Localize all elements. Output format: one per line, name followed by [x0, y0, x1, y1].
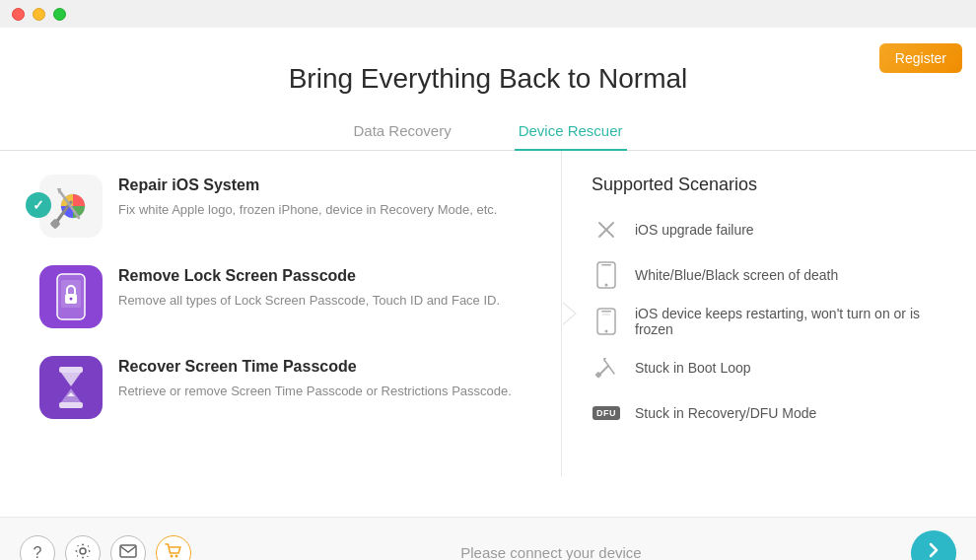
tabs: Data Recovery Device Rescuer [0, 114, 976, 151]
scenario-recovery-dfu: DFU Stuck in Recovery/DFU Mode [592, 398, 927, 428]
scenario-screen-death: White/Blue/Black screen of death [592, 260, 927, 290]
scenario-keeps-restarting: iOS device keeps restarting, won't turn … [592, 306, 927, 337]
bottom-icons: ? [20, 535, 191, 561]
dfu-icon: DFU [592, 398, 621, 428]
maximize-button[interactable] [53, 8, 66, 21]
svg-rect-18 [601, 311, 611, 313]
feature-remove-lock[interactable]: Remove Lock Screen Passcode Remove all t… [39, 265, 541, 328]
tab-data-recovery[interactable]: Data Recovery [349, 114, 454, 151]
remove-lock-desc: Remove all types of Lock Screen Passcode… [118, 291, 541, 311]
bottom-bar: ? [0, 517, 976, 560]
next-button[interactable] [911, 530, 956, 561]
phone-icon [592, 260, 621, 290]
scenario-screen-death-text: White/Blue/Black screen of death [635, 267, 838, 283]
tools-icon [592, 353, 621, 383]
main-title: Bring Everything Back to Normal [0, 63, 976, 95]
phone-icon-2 [592, 307, 621, 336]
register-button[interactable]: Register [879, 43, 962, 73]
scenario-upgrade-failure: iOS upgrade failure [592, 215, 927, 245]
svg-rect-10 [59, 402, 83, 408]
cart-button[interactable] [156, 535, 191, 561]
scenario-boot-loop-text: Stuck in Boot Loop [635, 360, 751, 376]
feature-repair-ios[interactable]: Repair iOS System Fix white Apple logo, … [39, 175, 541, 238]
scenario-upgrade-failure-text: iOS upgrade failure [635, 222, 754, 238]
close-button[interactable] [12, 8, 25, 21]
content-area: Repair iOS System Fix white Apple logo, … [0, 151, 976, 476]
check-icon [26, 192, 51, 218]
screen-time-text: Recover Screen Time Passcode Retrieve or… [118, 356, 541, 401]
email-button[interactable] [110, 535, 146, 561]
right-panel: Supported Scenarios iOS upgrade failure [562, 151, 956, 476]
scenario-keeps-restarting-text: iOS device keeps restarting, won't turn … [635, 306, 927, 337]
remove-lock-title: Remove Lock Screen Passcode [118, 267, 541, 285]
feature-screen-time[interactable]: Recover Screen Time Passcode Retrieve or… [39, 356, 541, 419]
svg-rect-15 [601, 264, 611, 266]
status-text: Please connect your device [460, 544, 641, 560]
lock-icon [39, 265, 103, 328]
repair-ios-title: Repair iOS System [118, 176, 541, 194]
svg-point-17 [605, 330, 608, 333]
gear-icon [74, 542, 92, 561]
help-icon: ? [34, 544, 42, 561]
title-bar [0, 0, 976, 28]
scenario-boot-loop: Stuck in Boot Loop [592, 353, 927, 383]
scenario-recovery-dfu-text: Stuck in Recovery/DFU Mode [635, 405, 816, 421]
screen-time-desc: Retrieve or remove Screen Time Passcode … [118, 382, 541, 401]
tab-device-rescuer[interactable]: Device Rescuer [515, 114, 627, 151]
scenarios-title: Supported Scenarios [592, 175, 927, 195]
settings-button[interactable] [65, 535, 101, 561]
minimize-button[interactable] [33, 8, 45, 21]
svg-point-27 [175, 554, 178, 557]
svg-point-14 [605, 284, 608, 287]
svg-point-26 [171, 554, 174, 557]
arrow-divider [563, 302, 577, 325]
repair-ios-desc: Fix white Apple logo, frozen iPhone, dev… [118, 200, 541, 220]
svg-rect-9 [59, 367, 83, 373]
x-icon [592, 215, 621, 245]
svg-point-8 [70, 298, 73, 301]
screen-time-title: Recover Screen Time Passcode [118, 358, 541, 376]
remove-lock-text: Remove Lock Screen Passcode Remove all t… [118, 265, 541, 311]
cart-icon [165, 542, 182, 561]
left-panel: Repair iOS System Fix white Apple logo, … [20, 151, 562, 476]
arrow-right-icon [924, 540, 943, 561]
main-content: Bring Everything Back to Normal Data Rec… [0, 28, 976, 517]
svg-rect-25 [120, 545, 136, 557]
svg-point-24 [80, 548, 86, 554]
svg-line-22 [604, 360, 614, 374]
repair-ios-text: Repair iOS System Fix white Apple logo, … [118, 175, 541, 220]
screen-time-icon [39, 356, 103, 419]
header: Bring Everything Back to Normal Data Rec… [0, 28, 976, 151]
dfu-badge: DFU [593, 406, 620, 420]
email-icon [119, 544, 137, 561]
help-button[interactable]: ? [20, 535, 55, 561]
